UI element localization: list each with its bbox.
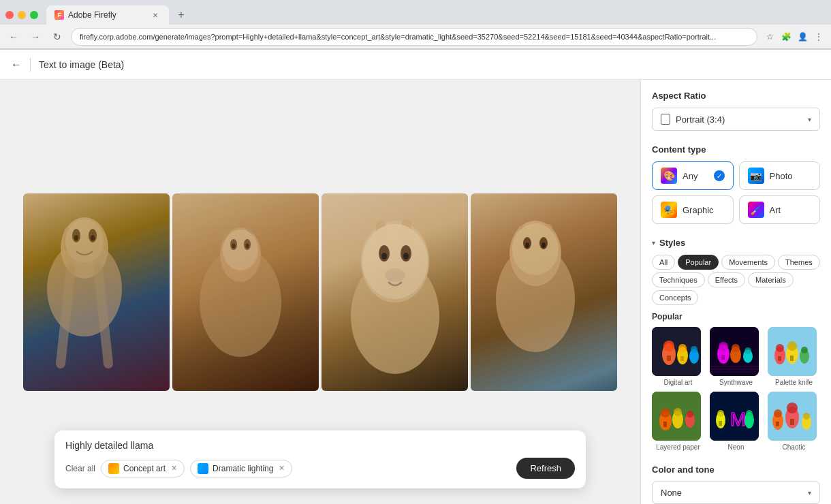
svg-point-85 <box>774 409 782 418</box>
back-button[interactable]: ← <box>5 29 22 45</box>
extensions-icon[interactable]: 🧩 <box>779 30 793 44</box>
svg-point-91 <box>803 413 810 420</box>
browser-chrome: F Adobe Firefly ✕ + ← → ↻ ☆ 🧩 👤 ⋮ <box>0 0 831 50</box>
digital-art-thumb <box>652 327 701 376</box>
svg-rect-45 <box>680 356 684 361</box>
image-card[interactable] <box>471 193 617 391</box>
concept-art-remove-button[interactable]: ✕ <box>171 464 177 473</box>
styles-section: ▾ Styles All Popular Movements Themes Te… <box>652 238 820 451</box>
image-card[interactable] <box>172 193 319 391</box>
style-filter-movements[interactable]: Movements <box>721 255 775 270</box>
maximize-traffic-light[interactable] <box>30 11 38 19</box>
page-title: Text to image (Beta) <box>39 59 124 70</box>
concept-art-tag-label: Concept art <box>123 464 166 473</box>
tab-favicon: F <box>54 10 64 20</box>
content-type-art-label: Art <box>770 205 781 215</box>
style-filter-all[interactable]: All <box>652 255 675 270</box>
color-tone-value: None <box>661 488 682 498</box>
tab-bar-content: F Adobe Firefly ✕ + <box>46 5 826 25</box>
style-layered-paper[interactable]: Layered paper <box>652 392 704 451</box>
svg-point-7 <box>74 235 78 240</box>
svg-point-38 <box>542 242 546 248</box>
address-input[interactable] <box>71 28 757 46</box>
chevron-down-icon: ▾ <box>808 116 811 123</box>
traffic-lights <box>5 11 38 19</box>
svg-point-18 <box>232 244 236 249</box>
content-type-photo-button[interactable]: 📷 Photo <box>739 161 821 190</box>
neon-label: Neon <box>710 443 762 451</box>
concept-art-tag-icon <box>108 463 119 474</box>
forward-button[interactable]: → <box>27 29 44 45</box>
svg-point-41 <box>663 341 674 351</box>
bookmark-icon[interactable]: ☆ <box>763 30 777 44</box>
content-type-art-button[interactable]: 🖌️ Art <box>739 195 821 224</box>
prompt-text[interactable]: Highly detailed llama <box>65 440 575 451</box>
svg-rect-71 <box>663 422 667 427</box>
portrait-icon <box>661 114 670 125</box>
color-tone-dropdown[interactable]: None ▾ <box>652 482 820 504</box>
images-grid <box>10 180 631 405</box>
style-filter-effects[interactable]: Effects <box>708 272 745 287</box>
style-synthwave[interactable]: Synthwave <box>710 327 762 386</box>
any-icon: 🎨 <box>661 168 677 184</box>
content-type-graphic-button[interactable]: 🎭 Graphic <box>652 195 734 224</box>
svg-rect-65 <box>790 356 794 361</box>
svg-text:M: M <box>730 409 746 430</box>
profile-icon[interactable]: 👤 <box>796 30 809 44</box>
style-digital-art[interactable]: Digital art <box>652 327 704 386</box>
palette-knife-label: Palette knife <box>768 379 820 386</box>
style-neon[interactable]: M Neon <box>710 392 762 451</box>
content-type-graphic-label: Graphic <box>683 205 714 215</box>
content-type-grid: 🎨 Any ✓ 📷 Photo 🎭 Graphic 🖌️ Art <box>652 161 820 224</box>
style-filter-popular[interactable]: Popular <box>678 255 719 270</box>
svg-point-24 <box>362 224 428 299</box>
svg-point-64 <box>787 341 797 351</box>
svg-point-53 <box>732 344 740 352</box>
app-back-button[interactable]: ← <box>11 59 22 71</box>
svg-point-34 <box>512 223 559 275</box>
style-filter-themes[interactable]: Themes <box>778 255 820 270</box>
popular-label: Popular <box>652 312 820 321</box>
content-area: Highly detailed llama Clear all Concept … <box>0 80 640 504</box>
aspect-ratio-dropdown[interactable]: Portrait (3:4) ▾ <box>652 108 820 131</box>
refresh-button[interactable]: ↻ <box>49 29 65 45</box>
content-type-any-button[interactable]: 🎨 Any ✓ <box>652 161 734 190</box>
svg-rect-51 <box>721 355 725 360</box>
refresh-button[interactable]: Refresh <box>516 458 575 479</box>
close-traffic-light[interactable] <box>5 11 14 19</box>
svg-point-37 <box>525 242 529 248</box>
svg-point-55 <box>744 347 751 354</box>
style-filter-materials[interactable]: Materials <box>748 272 794 287</box>
menu-icon[interactable]: ⋮ <box>812 30 826 44</box>
dramatic-lighting-tag[interactable]: Dramatic lighting ✕ <box>190 460 292 477</box>
new-tab-button[interactable]: + <box>172 5 191 25</box>
style-filter-tabs: All Popular Movements Themes Techniques … <box>652 255 820 305</box>
svg-point-73 <box>674 408 682 416</box>
layered-paper-thumb <box>652 392 701 441</box>
color-tone-chevron-icon: ▾ <box>808 489 811 497</box>
svg-point-19 <box>246 244 249 249</box>
llama-image-1 <box>23 193 170 391</box>
svg-rect-86 <box>776 422 779 426</box>
image-card[interactable] <box>23 193 170 391</box>
style-chaotic[interactable]: Chaotic <box>768 392 820 451</box>
style-filter-concepts[interactable]: Concepts <box>652 290 698 305</box>
tab-close-button[interactable]: ✕ <box>150 10 161 20</box>
style-palette-knife[interactable]: Palette knife <box>768 327 820 386</box>
svg-rect-42 <box>667 356 671 361</box>
dramatic-lighting-remove-button[interactable]: ✕ <box>279 464 285 473</box>
minimize-traffic-light[interactable] <box>18 11 26 19</box>
clear-all-button[interactable]: Clear all <box>65 464 95 473</box>
svg-point-15 <box>223 230 258 270</box>
active-tab[interactable]: F Adobe Firefly ✕ <box>46 5 169 25</box>
style-filter-techniques[interactable]: Techniques <box>652 272 705 287</box>
tab-label: Adobe Firefly <box>68 10 116 20</box>
styles-collapse-icon[interactable]: ▾ <box>652 239 655 247</box>
image-card[interactable] <box>322 193 468 391</box>
graphic-icon: 🎭 <box>661 202 677 218</box>
dramatic-lighting-tag-label: Dramatic lighting <box>213 464 273 473</box>
svg-point-47 <box>691 346 697 353</box>
concept-art-tag[interactable]: Concept art ✕ <box>101 460 185 477</box>
layered-paper-label: Layered paper <box>652 443 704 451</box>
svg-rect-89 <box>790 419 794 425</box>
